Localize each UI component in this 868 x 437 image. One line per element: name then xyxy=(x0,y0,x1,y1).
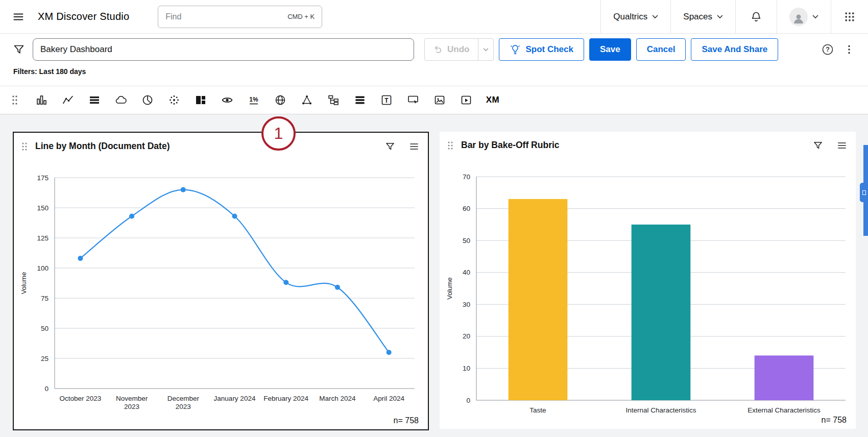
svg-text:40: 40 xyxy=(463,269,470,276)
widget-header: Bar by Bake-Off Rubric xyxy=(440,132,856,151)
svg-text:70: 70 xyxy=(463,173,470,181)
widget-filter-button[interactable] xyxy=(385,141,395,152)
menu-icon xyxy=(408,141,420,152)
sample-size-label: n= 758 xyxy=(394,416,419,425)
main-menu-button[interactable] xyxy=(10,9,27,25)
undo-button[interactable]: Undo xyxy=(425,39,478,60)
svg-text:0: 0 xyxy=(44,385,49,393)
svg-text:175: 175 xyxy=(37,174,49,182)
treemap-icon[interactable] xyxy=(194,93,207,107)
widget-bar-by-rubric[interactable]: Bar by Bake-Off Rubric 010203040506070Ta… xyxy=(440,132,856,429)
widget-drag-handle-icon[interactable] xyxy=(446,140,455,151)
widget-line-by-month[interactable]: Line by Month (Document Date) 0255075100… xyxy=(13,132,429,430)
widget-filter-button[interactable] xyxy=(813,140,823,151)
spaces-label: Spaces xyxy=(683,12,712,22)
svg-text:30: 30 xyxy=(463,301,470,308)
xm-widget-icon[interactable]: XM xyxy=(486,93,499,107)
metric-icon[interactable]: 1% xyxy=(247,93,260,107)
notifications-button[interactable] xyxy=(735,0,777,33)
preview-eye-icon[interactable] xyxy=(221,93,234,107)
svg-text:T: T xyxy=(384,97,389,104)
svg-text:25: 25 xyxy=(41,355,49,362)
edit-bar-right-tools: ? xyxy=(821,43,858,56)
word-cloud-icon[interactable] xyxy=(114,93,128,107)
cancel-button[interactable]: Cancel xyxy=(636,38,686,61)
globe-icon[interactable] xyxy=(274,93,287,107)
more-options-button[interactable] xyxy=(843,44,855,55)
dashboard-edit-bar: Undo Spot Check Save Cancel Save And Sha… xyxy=(0,34,868,65)
undo-label: Undo xyxy=(447,44,469,55)
svg-text:Internal Characteristics: Internal Characteristics xyxy=(625,406,696,414)
dashboard-filter-button[interactable] xyxy=(10,41,28,58)
hierarchy-icon[interactable] xyxy=(327,93,340,107)
widget-title: Bar by Bake-Off Rubric xyxy=(461,140,560,151)
undo-history-dropdown[interactable] xyxy=(478,39,493,60)
svg-text:April 2024: April 2024 xyxy=(373,395,404,402)
person-icon xyxy=(791,11,806,26)
save-and-share-button[interactable]: Save And Share xyxy=(691,38,778,61)
panel-tab-icon xyxy=(862,190,866,195)
spot-check-button[interactable]: Spot Check xyxy=(499,38,584,61)
line-chart-icon[interactable] xyxy=(61,93,75,107)
annotation-number: 1 xyxy=(274,124,283,143)
help-icon: ? xyxy=(821,43,834,56)
dashboard-name-input[interactable] xyxy=(33,38,414,61)
horizontal-bars-icon[interactable] xyxy=(353,93,367,107)
line-chart: 0255075100125150175October 2023November2… xyxy=(18,168,423,415)
svg-text:Taste: Taste xyxy=(529,406,546,414)
label-icon[interactable] xyxy=(406,93,420,107)
chevron-down-icon xyxy=(717,15,723,19)
widget-menu-button[interactable] xyxy=(408,141,420,152)
search-input[interactable] xyxy=(165,12,283,21)
filter-funnel-icon xyxy=(813,140,823,151)
kebab-menu-icon xyxy=(843,44,855,55)
svg-text:October 2023: October 2023 xyxy=(59,395,101,402)
save-and-share-label: Save And Share xyxy=(702,44,767,55)
bell-icon xyxy=(750,11,762,23)
side-panel-tab[interactable] xyxy=(860,183,868,202)
filter-funnel-icon xyxy=(13,43,25,56)
scatter-plot-icon[interactable] xyxy=(167,93,181,107)
svg-text:Volume: Volume xyxy=(446,277,453,299)
widget-menu-button[interactable] xyxy=(836,140,848,151)
bar-chart-icon[interactable] xyxy=(35,93,48,107)
svg-text:January 2024: January 2024 xyxy=(214,395,256,402)
spaces-menu[interactable]: Spaces xyxy=(670,0,735,33)
sample-size-label: n= 758 xyxy=(822,416,847,425)
pie-chart-icon[interactable] xyxy=(141,93,154,107)
chevron-down-icon xyxy=(483,48,489,52)
svg-text:1%: 1% xyxy=(249,96,258,103)
svg-text:125: 125 xyxy=(37,234,49,242)
save-label: Save xyxy=(600,44,620,55)
image-icon[interactable] xyxy=(433,93,446,107)
lightbulb-icon xyxy=(510,44,521,55)
text-box-icon[interactable]: T xyxy=(380,93,393,107)
dashboard-canvas: Line by Month (Document Date) 0255075100… xyxy=(0,114,868,437)
account-menu[interactable] xyxy=(777,0,831,33)
svg-text:November2023: November2023 xyxy=(116,395,148,410)
undo-icon xyxy=(433,45,443,54)
qualtrics-menu[interactable]: Qualtrics xyxy=(600,0,670,33)
network-icon[interactable] xyxy=(300,93,314,107)
svg-text:Volume: Volume xyxy=(20,272,28,294)
svg-text:?: ? xyxy=(826,46,830,53)
apps-grid-button[interactable] xyxy=(831,0,868,33)
toolbar-drag-handle-icon[interactable] xyxy=(8,93,21,107)
global-search-box[interactable]: CMD + K xyxy=(158,6,322,28)
table-icon[interactable] xyxy=(88,93,101,107)
save-button[interactable]: Save xyxy=(589,38,631,61)
help-button[interactable]: ? xyxy=(821,43,834,56)
svg-text:February 2024: February 2024 xyxy=(263,395,308,402)
chevron-down-icon xyxy=(652,15,658,19)
hamburger-icon xyxy=(12,11,25,23)
cancel-label: Cancel xyxy=(647,44,676,55)
svg-text:150: 150 xyxy=(37,204,49,212)
search-shortcut-hint: CMD + K xyxy=(287,13,315,20)
header-right-cluster: Qualtrics Spaces xyxy=(600,0,868,33)
top-header: XM Discover Studio CMD + K Qualtrics Spa… xyxy=(0,0,868,34)
widget-drag-handle-icon[interactable] xyxy=(20,141,29,152)
qualtrics-label: Qualtrics xyxy=(613,12,647,22)
filter-funnel-icon xyxy=(385,141,395,152)
video-icon[interactable] xyxy=(460,93,473,107)
filters-summary: Filters: Last 180 days xyxy=(0,65,868,86)
